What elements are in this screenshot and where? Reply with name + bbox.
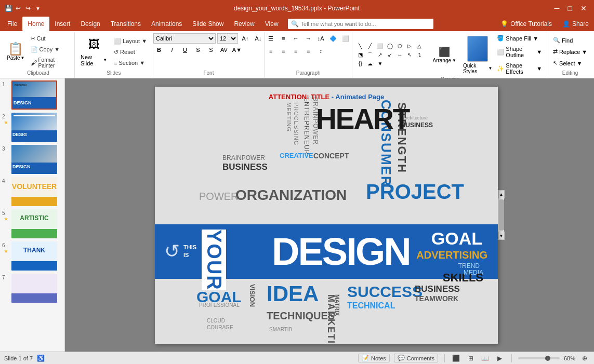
new-slide-button[interactable]: 🖼 New Slide▼ [78, 36, 110, 68]
reset-button[interactable]: ↺ Reset [111, 47, 150, 57]
slide-thumb-7[interactable]: 7 [2, 274, 62, 303]
shape-btn-7[interactable]: △ [415, 42, 424, 50]
menu-file[interactable]: File [2, 17, 22, 31]
new-slide-label-btn[interactable]: New Slide▼ [78, 53, 110, 68]
menu-slideshow[interactable]: Slide Show [187, 17, 229, 31]
slide-thumb-3[interactable]: 3 DESIGN [2, 145, 62, 174]
increase-indent-button[interactable]: → [302, 33, 314, 44]
underline-button[interactable]: U [179, 45, 191, 55]
shape-btn-10[interactable]: ↗ [375, 51, 385, 59]
notes-button[interactable]: 📝 Notes [358, 354, 390, 362]
shape-btn-16[interactable]: ☁ [365, 60, 375, 68]
slide-preview-2[interactable]: DESIG [11, 113, 57, 142]
section-button[interactable]: ≡ Section ▼ [111, 58, 150, 68]
slideshow-view-button[interactable]: ▶ [495, 353, 505, 363]
normal-view-button[interactable]: ⬛ [451, 353, 461, 363]
shapes-more-button[interactable]: ▼ [375, 60, 385, 68]
quick-styles-preview[interactable] [467, 36, 488, 62]
reading-view-button[interactable]: 📖 [480, 353, 491, 363]
shape-btn-6[interactable]: ▷ [405, 42, 414, 50]
slide-preview-3[interactable]: DESIGN [11, 145, 57, 174]
bold-button[interactable]: B [153, 45, 165, 55]
shape-btn-1[interactable]: ╲ [355, 42, 365, 50]
scroll-up-button[interactable]: ▲ [498, 190, 505, 198]
shape-outline-button[interactable]: ⬜ Shape Outline ▼ [494, 44, 545, 60]
slide-preview-6[interactable]: THANK [11, 241, 57, 271]
line-spacing-button[interactable]: ↕ [315, 46, 326, 56]
replace-button[interactable]: ⇄ Replace ▼ [550, 47, 590, 57]
shape-btn-14[interactable]: ⤵ [415, 51, 424, 59]
font-name-select[interactable]: Calibri [153, 33, 216, 44]
shape-effects-button[interactable]: ✨ Shape Effects ▼ [494, 61, 545, 76]
copy-button[interactable]: 📄 Copy ▼ [28, 45, 71, 55]
cut-button[interactable]: ✂ Cut [28, 34, 71, 44]
shape-btn-13[interactable]: ↖ [405, 51, 414, 59]
zoom-thumb[interactable] [545, 356, 550, 361]
layout-button[interactable]: ⬜ Layout ▼ [111, 36, 150, 46]
slide-thumb-1[interactable]: 1 DESIGN DESIGN [2, 80, 62, 110]
slide-thumb-4[interactable]: 4 VOLUNTEER [2, 177, 62, 206]
customize-qat-icon[interactable]: ▼ [34, 4, 42, 12]
fit-slide-button[interactable]: ⊕ [579, 353, 590, 363]
scroll-thumb[interactable] [499, 199, 504, 231]
char-spacing-button[interactable]: AV [218, 45, 230, 55]
slide-preview-5[interactable]: ARTISTIC [11, 209, 57, 238]
new-slide-icon[interactable]: 🖼 [84, 36, 104, 53]
menu-review[interactable]: Review [229, 17, 259, 31]
shape-btn-2[interactable]: ╱ [365, 42, 375, 50]
strikethrough-button[interactable]: S [192, 45, 204, 55]
menu-insert[interactable]: Insert [49, 17, 75, 31]
redo-icon[interactable]: ↪ [24, 4, 32, 12]
arrange-button[interactable]: ⬛ Arrange▼ [428, 44, 461, 65]
increase-font-button[interactable]: A↑ [240, 33, 251, 44]
shape-btn-4[interactable]: ◯ [385, 42, 394, 50]
office-tutorials-link[interactable]: 💡 Office Tutorials [497, 19, 555, 29]
quick-styles-button[interactable]: Quick Styles▼ [463, 63, 492, 74]
slide-canvas[interactable]: ATTENTION: TITLE - Animated Page MEETING… [155, 87, 498, 344]
find-button[interactable]: 🔍 Find [550, 35, 575, 45]
select-button[interactable]: ↖ Select ▼ [550, 58, 585, 68]
slide-preview-1[interactable]: DESIGN DESIGN [11, 80, 57, 110]
shape-btn-5[interactable]: ⬡ [395, 42, 404, 50]
comments-button[interactable]: 💬 Comments [394, 354, 438, 362]
slide-sorter-button[interactable]: ⊞ [466, 353, 476, 363]
undo-icon[interactable]: ↩ [14, 4, 22, 12]
format-painter-button[interactable]: 🖌 Format Painter [28, 56, 71, 70]
maximize-button[interactable]: □ [565, 3, 575, 14]
share-button[interactable]: 👤 Share [559, 19, 592, 29]
bullets-button[interactable]: ☰ [265, 33, 276, 44]
text-direction-button[interactable]: ↕A [315, 33, 326, 44]
text-shadow-button[interactable]: S [205, 45, 217, 55]
italic-button[interactable]: I [166, 45, 178, 55]
font-color-button[interactable]: A▼ [231, 45, 243, 55]
close-button[interactable]: ✕ [577, 3, 590, 14]
zoom-slider[interactable] [518, 357, 560, 359]
shape-btn-11[interactable]: ↙ [385, 51, 394, 59]
decrease-indent-button[interactable]: ← [290, 33, 301, 44]
tell-me-input[interactable] [301, 21, 430, 27]
menu-design[interactable]: Design [75, 17, 105, 31]
menu-view[interactable]: View [260, 17, 284, 31]
align-center-button[interactable]: ≡ [278, 46, 289, 56]
shape-btn-8[interactable]: ⬔ [355, 51, 365, 59]
shape-btn-3[interactable]: ⬜ [375, 42, 385, 50]
shape-btn-15[interactable]: {} [355, 60, 365, 68]
shape-btn-9[interactable]: ⌒ [365, 51, 375, 59]
menu-animations[interactable]: Animations [146, 17, 187, 31]
menu-home[interactable]: Home [22, 17, 49, 31]
columns-button[interactable]: ⬜ [340, 33, 351, 44]
align-left-button[interactable]: ≡ [265, 46, 276, 56]
decrease-font-button[interactable]: A↓ [253, 33, 264, 44]
slide-thumb-5[interactable]: 5 ★ ARTISTIC [2, 209, 62, 238]
font-size-select[interactable]: 12 [217, 33, 238, 44]
slide-preview-7[interactable] [11, 274, 57, 303]
convert-to-smartart-button[interactable]: 🔷 [327, 33, 339, 44]
slide-thumb-2[interactable]: 2 ★ DESIG [2, 113, 62, 142]
shape-fill-button[interactable]: 🪣 Shape Fill ▼ [494, 33, 545, 43]
scroll-down-button[interactable]: ▼ [498, 232, 505, 240]
justify-button[interactable]: ≡ [302, 46, 314, 56]
paste-button[interactable]: 📋 Paste▼ [5, 41, 27, 62]
menu-transitions[interactable]: Transitions [105, 17, 146, 31]
save-icon[interactable]: 💾 [4, 4, 12, 12]
slide-thumb-6[interactable]: 6 ★ THANK [2, 241, 62, 271]
